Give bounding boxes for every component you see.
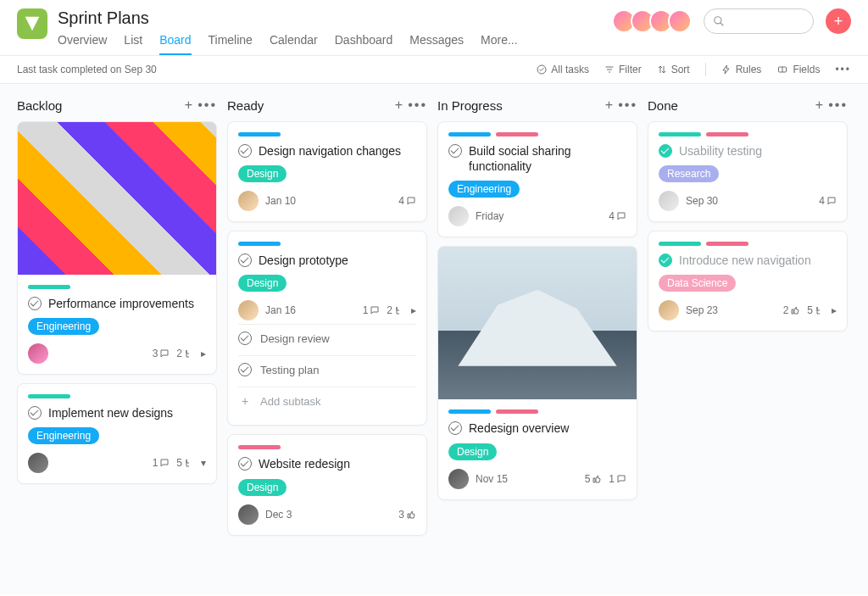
add-button[interactable]: + [826, 8, 851, 34]
assignee-avatar[interactable] [659, 300, 679, 320]
complete-toggle[interactable] [238, 331, 252, 345]
thumbs-up-icon [406, 510, 416, 520]
filter-button[interactable]: Filter [604, 64, 642, 75]
toolbar-more-icon[interactable]: ••• [835, 64, 851, 75]
tag-data-science[interactable]: Data Science [659, 275, 736, 292]
assignee-avatar[interactable] [238, 191, 259, 211]
chevron-right-icon[interactable]: ▸ [411, 304, 416, 316]
board: Backlog + ••• Performance improvements E… [0, 84, 868, 595]
assignee-avatar[interactable] [659, 191, 679, 211]
assignee-avatar[interactable] [448, 206, 469, 226]
complete-toggle[interactable] [238, 363, 252, 376]
tab-more[interactable]: More... [481, 33, 518, 55]
lightning-icon [721, 64, 732, 75]
assignee-avatar[interactable] [448, 469, 469, 489]
avatar[interactable] [668, 9, 692, 33]
last-completed-note: Last task completed on Sep 30 [17, 64, 537, 75]
column-more-icon[interactable]: ••• [198, 97, 217, 113]
comment-icon [616, 474, 626, 484]
comment-count: 1 [609, 473, 626, 485]
tag-design[interactable]: Design [238, 479, 287, 496]
complete-toggle[interactable] [28, 297, 42, 310]
fields-button[interactable]: Fields [776, 64, 820, 75]
comment-icon [159, 348, 170, 359]
tab-dashboard[interactable]: Dashboard [335, 33, 393, 55]
comment-count: 4 [609, 210, 626, 222]
complete-toggle[interactable] [659, 144, 672, 158]
tag-research[interactable]: Research [659, 165, 719, 182]
complete-toggle[interactable] [448, 144, 462, 158]
assignee-avatar[interactable] [238, 300, 259, 320]
subtask-row[interactable]: Design review [238, 324, 416, 352]
due-date: Sep 30 [686, 195, 812, 207]
rules-button[interactable]: Rules [721, 64, 762, 75]
complete-toggle[interactable] [238, 253, 252, 267]
column-more-icon[interactable]: ••• [408, 97, 427, 113]
assignee-avatar[interactable] [28, 343, 48, 364]
comment-icon [406, 196, 416, 206]
tag-design[interactable]: Design [448, 443, 497, 460]
subtask-count: 2 [176, 348, 194, 359]
chevron-right-icon[interactable]: ▸ [832, 304, 837, 316]
complete-toggle[interactable] [238, 144, 252, 158]
subtask-row[interactable]: Testing plan [238, 355, 416, 383]
sort-button[interactable]: Sort [657, 64, 690, 75]
due-date: Dec 3 [265, 509, 392, 521]
all-tasks-button[interactable]: All tasks [537, 64, 589, 75]
check-circle-icon [537, 64, 547, 75]
complete-toggle[interactable] [238, 457, 252, 471]
tab-overview[interactable]: Overview [58, 33, 107, 55]
complete-toggle[interactable] [448, 421, 462, 435]
add-task-icon[interactable]: + [185, 97, 192, 113]
complete-toggle[interactable] [28, 406, 42, 420]
column-title[interactable]: Ready [227, 98, 390, 113]
header: Sprint Plans Overview List Board Timelin… [0, 0, 868, 55]
column-title[interactable]: In Progress [437, 98, 600, 113]
tab-timeline[interactable]: Timeline [209, 33, 253, 55]
tab-calendar[interactable]: Calendar [270, 33, 318, 55]
tag-engineering[interactable]: Engineering [28, 427, 99, 444]
task-card[interactable]: Redesign overview Design Nov 15 5 1 [437, 246, 637, 499]
chevron-right-icon[interactable]: ▸ [201, 348, 206, 359]
chevron-down-icon[interactable]: ▾ [201, 457, 206, 469]
column-title[interactable]: Done [648, 98, 810, 113]
member-avatars[interactable] [617, 9, 692, 33]
task-card[interactable]: Introduce new navigation Data Science Se… [648, 231, 848, 331]
tag-engineering[interactable]: Engineering [28, 318, 99, 335]
task-card[interactable]: Design navigation changes Design Jan 10 … [227, 121, 427, 222]
assignee-avatar[interactable] [28, 453, 48, 473]
tab-board[interactable]: Board [159, 33, 191, 55]
fields-icon [776, 64, 788, 75]
thumbs-up-icon [790, 305, 800, 315]
task-card[interactable]: Implement new designs Engineering 1 5 ▾ [17, 383, 217, 484]
tab-list[interactable]: List [124, 33, 142, 55]
column-title[interactable]: Backlog [17, 98, 180, 113]
due-date: Friday [476, 210, 602, 222]
comment-count: 4 [819, 195, 837, 207]
card-title: Implement new designs [48, 405, 206, 421]
thumbs-up-icon [592, 474, 602, 484]
due-date: Nov 15 [476, 473, 578, 485]
assignee-avatar[interactable] [238, 504, 259, 525]
search-input[interactable] [704, 8, 814, 34]
task-card[interactable]: Usability testing Research Sep 30 4 [648, 121, 848, 222]
add-task-icon[interactable]: + [815, 97, 823, 113]
complete-toggle[interactable] [659, 253, 672, 267]
add-subtask-button[interactable]: + Add subtask [238, 387, 416, 415]
add-task-icon[interactable]: + [605, 97, 613, 113]
tab-messages[interactable]: Messages [409, 33, 464, 55]
add-task-icon[interactable]: + [395, 97, 403, 113]
subtask-icon [815, 305, 825, 315]
column-more-icon[interactable]: ••• [828, 97, 848, 113]
tag-engineering[interactable]: Engineering [448, 181, 520, 198]
tag-design[interactable]: Design [238, 275, 287, 292]
task-card[interactable]: Design prototype Design Jan 16 1 2 ▸ Des… [227, 231, 427, 426]
task-card[interactable]: Performance improvements Engineering 3 2… [17, 121, 217, 375]
card-title: Website redesign [259, 456, 416, 471]
task-card[interactable]: Website redesign Design Dec 3 3 [227, 434, 427, 535]
task-card[interactable]: Build social sharing functionality Engin… [437, 121, 637, 237]
column-more-icon[interactable]: ••• [618, 97, 637, 113]
tag-design[interactable]: Design [238, 165, 287, 182]
project-icon[interactable] [17, 8, 47, 39]
subtask-count: 5 [176, 457, 194, 469]
